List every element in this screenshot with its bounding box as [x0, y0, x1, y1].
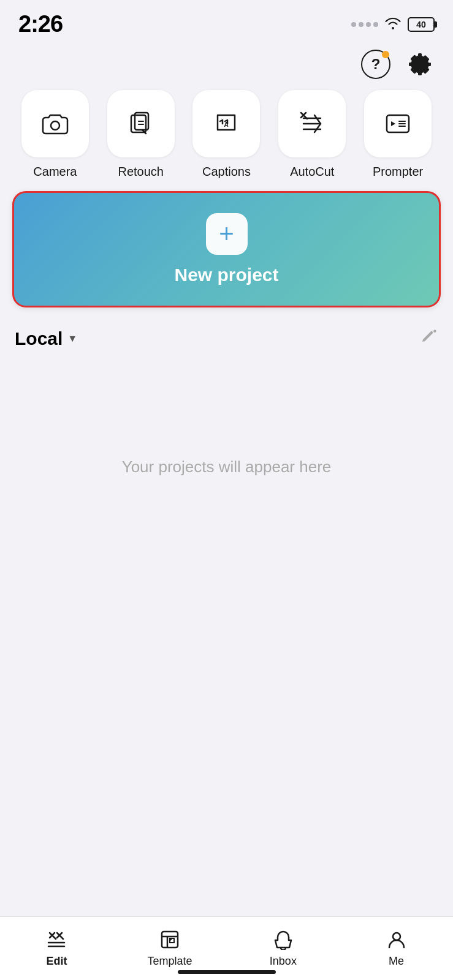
local-section-header: Local ▼	[0, 322, 453, 360]
home-indicator	[178, 970, 276, 974]
new-project-button[interactable]: + New project	[12, 191, 441, 307]
status-icons: 40	[351, 16, 435, 33]
nav-item-me[interactable]: Me	[340, 929, 453, 980]
status-time: 2:26	[18, 11, 63, 37]
me-nav-icon	[386, 929, 407, 950]
top-actions: ?	[0, 43, 453, 90]
tool-prompter[interactable]: Prompter	[364, 90, 432, 179]
svg-point-8	[393, 933, 400, 940]
notification-dot	[382, 51, 389, 58]
inbox-nav-label: Inbox	[270, 955, 297, 968]
edit-nav-icon	[46, 929, 67, 950]
captions-icon: A	[211, 109, 241, 138]
gear-icon	[406, 51, 433, 78]
prompter-label: Prompter	[373, 165, 423, 179]
template-nav-label: Template	[148, 955, 192, 968]
captions-label: Captions	[202, 165, 251, 179]
tool-captions[interactable]: A Captions	[192, 90, 260, 179]
empty-state: Your projects will appear here	[0, 360, 453, 575]
new-project-container: + New project	[0, 191, 453, 322]
edit-icon[interactable]	[420, 327, 438, 350]
local-title[interactable]: Local ▼	[15, 328, 77, 349]
captions-icon-box: A	[192, 90, 260, 157]
nav-item-edit[interactable]: Edit	[0, 929, 113, 980]
battery-icon: 40	[408, 17, 435, 32]
empty-state-text: Your projects will appear here	[122, 458, 332, 477]
retouch-label: Retouch	[118, 165, 164, 179]
me-nav-label: Me	[389, 955, 404, 968]
help-button[interactable]: ?	[360, 48, 392, 80]
tools-row: Camera Retouch A Captions	[0, 90, 453, 191]
autocut-icon-box	[278, 90, 346, 157]
camera-icon	[40, 109, 70, 138]
autocut-label: AutoCut	[290, 165, 334, 179]
signal-dots-icon	[351, 22, 378, 27]
prompter-icon-box	[364, 90, 432, 157]
tool-camera[interactable]: Camera	[21, 90, 89, 179]
template-nav-icon	[159, 929, 180, 950]
status-bar: 2:26 40	[0, 0, 453, 43]
new-project-label: New project	[174, 265, 278, 285]
autocut-icon	[297, 109, 327, 138]
svg-point-0	[51, 121, 59, 130]
inbox-nav-icon	[273, 929, 294, 950]
retouch-icon-box	[107, 90, 175, 157]
settings-button[interactable]	[404, 48, 436, 80]
svg-text:A: A	[224, 121, 229, 128]
prompter-icon	[383, 109, 413, 138]
tool-autocut[interactable]: AutoCut	[278, 90, 346, 179]
new-project-plus-icon: +	[206, 213, 248, 255]
edit-nav-label: Edit	[46, 955, 67, 968]
camera-icon-box	[21, 90, 89, 157]
wifi-icon	[384, 16, 402, 33]
tool-retouch[interactable]: Retouch	[107, 90, 175, 179]
camera-label: Camera	[33, 165, 77, 179]
local-text: Local	[15, 328, 63, 349]
dropdown-arrow-icon: ▼	[67, 333, 77, 344]
retouch-icon	[126, 109, 156, 138]
